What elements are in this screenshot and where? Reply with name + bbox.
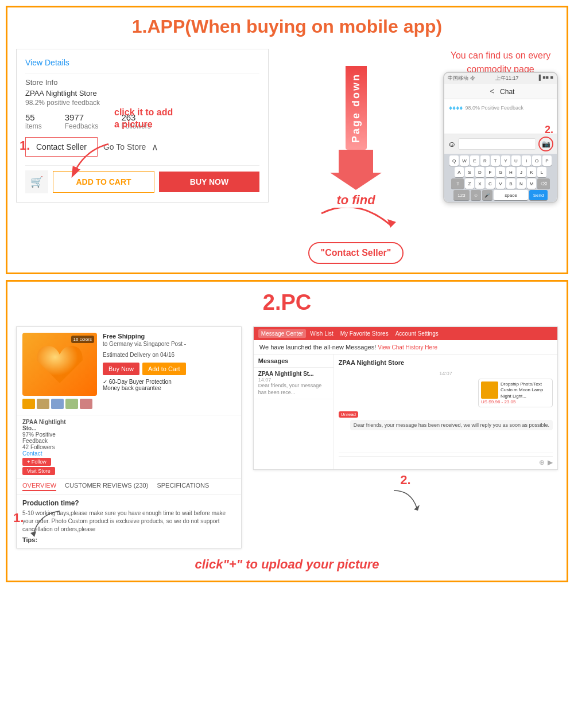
camera-icon[interactable]: 📷 xyxy=(538,137,553,151)
section-app-content: View Details Store Info ZPAA Nightlight … xyxy=(16,49,558,264)
phone-chat-title: Chat xyxy=(500,88,514,96)
goto-store-button[interactable]: Go To Store xyxy=(103,142,146,151)
kbd-h[interactable]: H xyxy=(506,167,515,177)
tabs-row: OVERVIEW CUSTOMER REVIEWS (230) SPECIFIC… xyxy=(17,478,241,494)
kbd-space[interactable]: space xyxy=(494,190,528,200)
colors-badge: 16 colors xyxy=(71,336,94,343)
add-to-cart-button[interactable]: ADD TO CART xyxy=(53,171,154,193)
stat-followers: 263 Followers xyxy=(121,112,150,130)
step2-arrow-svg xyxy=(382,488,428,511)
kbd-s[interactable]: S xyxy=(465,167,474,177)
delivery-via: to Germany via Singapore Post - xyxy=(103,341,186,347)
phone-text-input[interactable] xyxy=(458,138,536,150)
add-to-cart-pc-button[interactable]: Add to Cart xyxy=(142,363,186,375)
kbd-mic[interactable]: 🎤 xyxy=(482,190,492,200)
curved-arrow-icon xyxy=(316,208,396,242)
thumb-1[interactable] xyxy=(22,399,35,409)
chat-timestamp: 14:07 xyxy=(339,371,553,376)
stat-feedbacks: 3977 Feedbacks xyxy=(65,112,99,130)
kbd-m[interactable]: M xyxy=(527,178,536,189)
view-chat-link[interactable]: View Chat History Here xyxy=(378,344,437,351)
kbd-b[interactable]: B xyxy=(506,178,515,189)
phone-input-row: ☺ 2. 📷 xyxy=(444,134,557,154)
kbd-k[interactable]: K xyxy=(527,167,536,177)
kbd-g[interactable]: G xyxy=(496,167,505,177)
product-card-msg: Dropship Photo/Text Custo m Moon Lamp Ni… xyxy=(478,379,553,407)
reply-action-1[interactable]: ⊕ xyxy=(539,458,545,466)
kbd-d[interactable]: D xyxy=(475,167,484,177)
kbd-a[interactable]: A xyxy=(455,167,464,177)
tab-specs[interactable]: SPECIFICATIONS xyxy=(157,482,209,491)
pc-content: 16 colors Free Shipping xyxy=(16,326,558,548)
kbd-123[interactable]: 123 xyxy=(453,190,470,200)
kbd-q[interactable]: Q xyxy=(449,155,459,166)
tab-overview[interactable]: OVERVIEW xyxy=(22,482,56,491)
pc-msg-time: 14:07 xyxy=(258,377,329,383)
tab-reviews[interactable]: CUSTOMER REVIEWS (230) xyxy=(65,482,148,491)
kbd-z[interactable]: Z xyxy=(465,178,474,189)
kbd-x[interactable]: X xyxy=(475,178,484,189)
phone-back-button[interactable]: < xyxy=(487,87,498,96)
store-name-pc: ZPAA Nightlight Sto... xyxy=(22,419,74,431)
page-down-text: Page down xyxy=(346,66,367,150)
product-info-area: Free Shipping to Germany via Singapore P… xyxy=(103,333,235,409)
thumb-5[interactable] xyxy=(80,399,92,409)
kbd-u[interactable]: U xyxy=(511,155,521,166)
kbd-t[interactable]: T xyxy=(491,155,500,166)
kbd-i[interactable]: I xyxy=(522,155,531,166)
step1-pc-label: 1. xyxy=(13,511,24,525)
contact-seller-button[interactable]: Contact Seller xyxy=(25,137,98,157)
pc-msg-list-header: Messages xyxy=(254,355,333,368)
store-follow-button[interactable]: + Follow xyxy=(22,458,51,466)
section-app: 1.APP(When buying on mobile app) View De… xyxy=(6,6,568,274)
cart-row: 🛒 ADD TO CART BUY NOW xyxy=(25,170,259,193)
store-left-info: ZPAA Nightlight Sto... 97% Positive Feed… xyxy=(22,419,74,475)
pc-msg-header: We have launched the all-new Messages! V… xyxy=(254,340,557,355)
thumb-4[interactable] xyxy=(65,399,78,409)
kbd-w[interactable]: W xyxy=(460,155,469,166)
kbd-backspace[interactable]: ⌫ xyxy=(537,178,550,189)
reply-action-2[interactable]: ▶ xyxy=(548,458,553,466)
phone-keyboard: Q W E R T Y U I O P xyxy=(444,154,557,202)
buy-now-pc-button[interactable]: Buy Now xyxy=(103,363,139,375)
pc-nav-wishlist[interactable]: Wish List xyxy=(307,329,336,338)
pc-msg-list-item[interactable]: ZPAA Nightlight St... 14:07 Dear friends… xyxy=(254,368,333,399)
pc-nav-messages[interactable]: Message Center xyxy=(258,329,306,338)
thumb-3[interactable] xyxy=(51,399,64,409)
kbd-bottom-row: 123 ☺ 🎤 space Send xyxy=(446,190,555,200)
kbd-c[interactable]: C xyxy=(486,178,495,189)
kbd-row-3: ⇧ Z X C V B N M ⌫ xyxy=(446,178,555,189)
kbd-shift[interactable]: ⇧ xyxy=(451,178,464,189)
kbd-o[interactable]: O xyxy=(532,155,541,166)
stat-followers-label: Followers xyxy=(121,122,150,130)
kbd-j[interactable]: J xyxy=(517,167,526,177)
kbd-emoji-key[interactable]: ☺ xyxy=(471,190,481,200)
kbd-e[interactable]: E xyxy=(470,155,479,166)
view-details-link[interactable]: View Details xyxy=(25,58,259,67)
pc-message-mockup: Message Center Wish List My Favorite Sto… xyxy=(253,326,558,470)
kbd-f[interactable]: F xyxy=(486,167,495,177)
kbd-n[interactable]: N xyxy=(517,178,526,189)
store-contact-link[interactable]: Contact xyxy=(22,450,74,457)
kbd-y[interactable]: Y xyxy=(501,155,510,166)
kbd-v[interactable]: V xyxy=(496,178,505,189)
kbd-send[interactable]: Send xyxy=(529,190,548,200)
pc-nav-favorites[interactable]: My Favorite Stores xyxy=(338,329,391,338)
store-followers-pc: 42 Followers xyxy=(22,444,74,450)
product-thumbs xyxy=(22,399,97,409)
kbd-l[interactable]: L xyxy=(537,167,546,177)
pc-nav-settings[interactable]: Account Settings xyxy=(393,329,441,338)
buy-now-button[interactable]: BUY NOW xyxy=(159,172,259,192)
product-image-area: 16 colors xyxy=(22,333,97,409)
product-page-mockup: 16 colors Free Shipping xyxy=(16,326,242,548)
kbd-p[interactable]: P xyxy=(542,155,552,166)
phone-status-bar: 中国移动 令 上午11:17 ▌■■ ■ xyxy=(444,73,557,84)
kbd-r[interactable]: R xyxy=(480,155,490,166)
pc-right-wrapper: Message Center Wish List My Favorite Sto… xyxy=(253,326,558,548)
money-back: Money back guarantee xyxy=(103,385,235,391)
emoji-icon: ☺ xyxy=(448,139,456,149)
camera-section: 2. 📷 xyxy=(538,137,553,151)
thumb-2[interactable] xyxy=(37,399,49,409)
feedback-text: 98.0% Positive Feedback xyxy=(466,105,524,111)
store-visit-button[interactable]: Visit Store xyxy=(22,467,55,475)
